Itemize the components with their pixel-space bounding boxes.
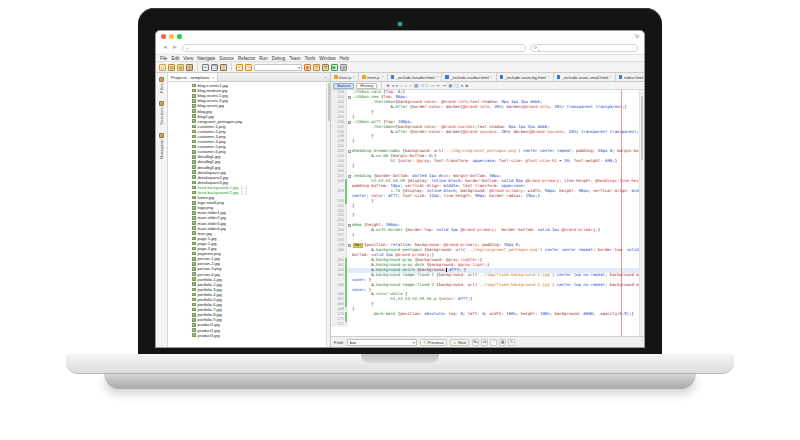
minimize-panel-icon[interactable]: − bbox=[321, 74, 330, 80]
last-edit-icon[interactable]: ◈ bbox=[386, 83, 389, 89]
sidebar-tab-services[interactable]: Services bbox=[159, 101, 164, 125]
code-line[interactable]: 272 bbox=[331, 322, 644, 327]
redo-icon[interactable]: ↷ bbox=[245, 64, 252, 71]
resize-icon[interactable]: ⇲ bbox=[634, 33, 639, 39]
tab-close-icon[interactable]: × bbox=[436, 75, 438, 79]
sidebar-tab-files[interactable]: Files bbox=[159, 77, 164, 93]
search-input[interactable] bbox=[530, 44, 638, 52]
zoom-traffic-light[interactable] bbox=[177, 34, 182, 39]
menu-item-debug[interactable]: Debug bbox=[272, 56, 286, 61]
profile-icon[interactable]: ▦ bbox=[340, 64, 347, 71]
fold-marker-icon[interactable] bbox=[348, 150, 351, 153]
minimize-traffic-light[interactable] bbox=[169, 34, 174, 39]
close-traffic-light[interactable] bbox=[161, 34, 166, 39]
image-file-icon bbox=[192, 201, 196, 205]
find-input[interactable]: bar bbox=[347, 339, 417, 346]
new-file-icon[interactable]: ▤ bbox=[159, 64, 166, 71]
code-line[interactable]: 245} bbox=[331, 164, 644, 169]
address-input[interactable]: + bbox=[182, 44, 526, 52]
menu-item-edit[interactable]: Edit bbox=[171, 56, 179, 61]
history-view-button[interactable]: History bbox=[356, 83, 377, 89]
regex-toggle[interactable]: .* bbox=[490, 339, 497, 346]
find-previous-icon[interactable]: ⌕ bbox=[409, 83, 412, 89]
match-case-toggle[interactable]: Aa bbox=[472, 339, 479, 346]
stop-macro-icon[interactable]: ■ bbox=[465, 83, 468, 89]
menu-item-help[interactable]: Help bbox=[340, 56, 349, 61]
tab-close-icon[interactable]: × bbox=[381, 75, 383, 79]
whole-words-toggle[interactable]: ab bbox=[481, 339, 488, 346]
find-previous-button[interactable]: ↰ Previous bbox=[420, 339, 447, 346]
editor-tab--include-team-bg-html[interactable]: _include-team-bg.html× bbox=[497, 73, 554, 81]
file-tree: blog-e-enter1.jpgblog-medium.jpgblog-rec… bbox=[168, 83, 326, 338]
code-line[interactable]: 240} bbox=[331, 139, 644, 144]
editor-scrollbar[interactable] bbox=[639, 90, 644, 336]
menu-item-file[interactable]: File bbox=[160, 56, 167, 61]
forward-arrow-icon[interactable]: ► bbox=[172, 44, 178, 51]
back-icon[interactable]: ◂ bbox=[392, 83, 394, 89]
code-line[interactable]: 257} bbox=[331, 233, 644, 238]
comment-icon[interactable]: ▣ bbox=[448, 83, 452, 89]
image-file-icon bbox=[192, 237, 196, 241]
menu-item-refactor[interactable]: Refactor bbox=[238, 56, 255, 61]
menu-item-navigate[interactable]: Navigate bbox=[197, 56, 215, 61]
find-next-button[interactable]: ↳ Next bbox=[450, 339, 469, 346]
tab-close-icon[interactable]: × bbox=[490, 75, 492, 79]
menu-item-tools[interactable]: Tools bbox=[305, 56, 316, 61]
cut-icon[interactable]: ✂ bbox=[202, 64, 209, 71]
shift-left-icon[interactable]: ⇤ bbox=[437, 83, 441, 89]
projects-scrollbar[interactable] bbox=[326, 82, 330, 347]
deploy-icon[interactable]: ◉ bbox=[304, 64, 311, 71]
undo-icon[interactable]: ↶ bbox=[236, 64, 243, 71]
editor-tab-front-js[interactable]: front.js× bbox=[359, 73, 387, 81]
menu-item-run[interactable]: Run bbox=[259, 56, 267, 61]
find-next-icon[interactable]: ⌕ bbox=[405, 83, 408, 89]
tab-close-icon[interactable]: × bbox=[353, 75, 355, 79]
run-project-icon[interactable]: ▶ bbox=[331, 64, 338, 71]
editor-tab-front-js[interactable]: front.js× bbox=[331, 73, 359, 81]
configuration-combobox[interactable] bbox=[254, 64, 302, 71]
fold-marker-icon[interactable] bbox=[348, 244, 351, 247]
menu-item-window[interactable]: Window bbox=[319, 56, 335, 61]
projects-tab[interactable]: Projects - templates × bbox=[168, 73, 218, 81]
sidebar-tab-navigator[interactable]: Navigator bbox=[159, 133, 164, 159]
code-line[interactable]: 253} bbox=[331, 213, 644, 218]
forward-icon[interactable]: ▸ bbox=[396, 83, 398, 89]
menu-item-source[interactable]: Source bbox=[219, 56, 234, 61]
next-bookmark-icon[interactable]: ▷ bbox=[426, 83, 429, 89]
image-file-icon bbox=[192, 282, 196, 286]
paste-icon[interactable]: ▯ bbox=[220, 64, 227, 71]
clean-build-icon[interactable]: ⚒ bbox=[322, 64, 329, 71]
editor-tab--include-navbar-html[interactable]: _include-navbar.html× bbox=[442, 73, 496, 81]
build-project-icon[interactable]: ⚒ bbox=[313, 64, 320, 71]
fold-marker-icon[interactable] bbox=[348, 224, 351, 227]
tab-close-icon[interactable]: × bbox=[548, 75, 550, 79]
fold-marker-icon[interactable] bbox=[348, 175, 351, 178]
shift-right-icon[interactable]: ⇥ bbox=[442, 83, 446, 89]
code-line[interactable]: 251} bbox=[331, 204, 644, 209]
editor-tab--include-header-html[interactable]: _include-header.html× bbox=[388, 73, 443, 81]
toggle-bookmark-icon[interactable]: ▱ bbox=[431, 83, 434, 89]
source-view-button[interactable]: Source bbox=[333, 83, 354, 89]
editor-tab--include-team-small-html[interactable]: _include-team-small.html× bbox=[554, 73, 616, 81]
copy-icon[interactable]: ❐ bbox=[211, 64, 218, 71]
tree-item[interactable]: product3.jpg bbox=[168, 333, 326, 338]
toggle-highlight-icon[interactable]: ▩ bbox=[414, 83, 418, 89]
find-selection-icon[interactable]: ⌕ bbox=[400, 83, 403, 89]
tab-close-icon[interactable]: × bbox=[610, 75, 612, 79]
fold-marker-icon[interactable] bbox=[348, 96, 351, 99]
highlight-results-toggle[interactable]: ▩ bbox=[499, 339, 506, 346]
fold-marker-icon[interactable] bbox=[348, 121, 351, 124]
uncomment-icon[interactable]: ▢ bbox=[454, 83, 458, 89]
new-project-icon[interactable]: ▦ bbox=[168, 64, 175, 71]
save-all-icon[interactable]: ▥ bbox=[186, 64, 193, 71]
menu-item-view[interactable]: View bbox=[183, 56, 193, 61]
code-line[interactable]: 270 .dark-mask {position: absolute; top:… bbox=[331, 312, 644, 317]
wrap-search-toggle[interactable]: ↻ bbox=[508, 339, 515, 346]
open-project-icon[interactable]: ▣ bbox=[177, 64, 184, 71]
start-macro-icon[interactable]: ● bbox=[461, 83, 464, 89]
previous-bookmark-icon[interactable]: ◁ bbox=[420, 83, 423, 89]
close-icon[interactable]: × bbox=[212, 75, 214, 80]
back-arrow-icon[interactable]: ◄ bbox=[162, 44, 168, 51]
editor-tab-index-html[interactable]: index.html× bbox=[616, 73, 644, 81]
menu-item-team[interactable]: Team bbox=[289, 56, 300, 61]
